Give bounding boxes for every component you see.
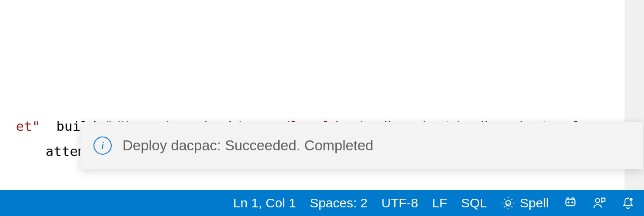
bug-gear-icon (501, 196, 515, 210)
info-icon: i (93, 137, 112, 155)
spell-label: Spell (520, 196, 549, 210)
cursor-position[interactable]: Ln 1, Col 1 (233, 196, 296, 210)
bell-icon (621, 196, 635, 210)
encoding-selector[interactable]: UTF-8 (381, 196, 418, 210)
feedback-button[interactable] (592, 196, 607, 210)
eol-label: LF (432, 196, 447, 210)
language-selector[interactable]: SQL (461, 196, 487, 210)
svg-point-2 (571, 201, 573, 203)
notifications-button[interactable] (621, 196, 635, 210)
svg-point-3 (596, 198, 600, 203)
copilot-button[interactable] (563, 195, 578, 211)
copilot-icon (563, 195, 578, 211)
indentation-selector[interactable]: Spaces: 2 (310, 196, 367, 210)
cursor-position-label: Ln 1, Col 1 (233, 196, 296, 210)
svg-point-1 (567, 201, 570, 203)
language-label: SQL (461, 196, 487, 210)
status-bar: Ln 1, Col 1 Spaces: 2 UTF-8 LF SQL Spell (0, 190, 644, 216)
notification-message: Deploy dacpac: Succeeded. Completed (122, 137, 374, 154)
notification-toast[interactable]: i Deploy dacpac: Succeeded. Completed (80, 122, 643, 169)
svg-point-4 (629, 197, 633, 201)
person-feedback-icon (592, 196, 607, 210)
info-icon-label: i (101, 139, 104, 152)
encoding-label: UTF-8 (381, 196, 418, 210)
eol-selector[interactable]: LF (432, 196, 447, 210)
indentation-label: Spaces: 2 (310, 196, 367, 210)
svg-point-0 (506, 200, 511, 205)
spell-check-button[interactable]: Spell (501, 196, 549, 210)
